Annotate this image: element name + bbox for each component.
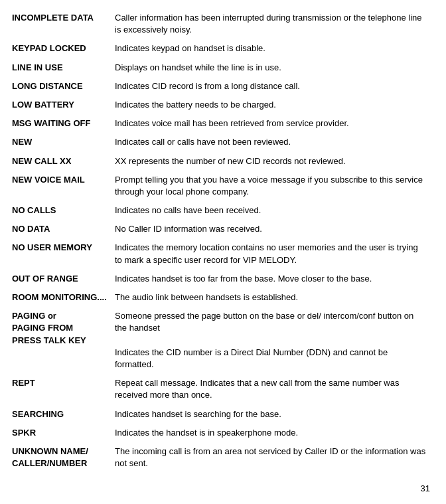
term-cell: MSG WAITING OFF [12, 118, 115, 129]
table-row: NEWIndicates call or calls have not been… [12, 136, 427, 148]
table-row: PAGING orPAGING FROMPRESS TALK KEYSomeon… [12, 310, 427, 371]
term-cell: INCOMPLETE DATA [12, 12, 115, 24]
table-row: NEW CALL XXXX represents the number of n… [12, 155, 427, 167]
term-cell: SEARCHING [12, 408, 115, 420]
term-cell: REPT [12, 377, 115, 389]
table-row: INCOMPLETE DATACaller information has be… [12, 12, 427, 36]
definition-cell: The audio link between handsets is estab… [115, 292, 427, 303]
term-cell: SPKR [12, 427, 115, 439]
table-row: LOW BATTERYIndicates the battery needs t… [12, 99, 427, 111]
definition-cell: Indicates voice mail has been retrieved … [115, 118, 427, 129]
definition-cell: Someone pressed the page button on the b… [115, 310, 427, 371]
table-row: SPKRIndicates the handset is in speakerp… [12, 427, 427, 439]
page-number: 31 [421, 483, 430, 493]
definition-cell: XX represents the number of new CID reco… [115, 155, 427, 167]
glossary-table: INCOMPLETE DATACaller information has be… [12, 12, 427, 469]
table-row: SEARCHINGIndicates handset is searching … [12, 408, 427, 420]
definition-cell: Displays on handset while the line is in… [115, 62, 427, 74]
term-cell: NEW CALL XX [12, 155, 115, 167]
definition-cell: Indicates the memory location contains n… [115, 242, 427, 266]
definition-cell: No Caller ID information was received. [115, 223, 427, 235]
table-row: MSG WAITING OFFIndicates voice mail has … [12, 118, 427, 129]
definition-cell: Prompt telling you that you have a voice… [115, 174, 427, 198]
table-row: NO CALLSIndicates no calls have been rec… [12, 205, 427, 216]
term-cell: PAGING orPAGING FROMPRESS TALK KEY [12, 310, 115, 347]
definition-cell: Repeat call message. Indicates that a ne… [115, 377, 427, 401]
definition-cell: The incoming call is from an area not se… [115, 446, 427, 469]
table-row: REPTRepeat call message. Indicates that … [12, 377, 427, 401]
term-cell: NEW [12, 136, 115, 148]
table-row: LONG DISTANCEIndicates CID record is fro… [12, 80, 427, 92]
definition-cell: Caller information has been interrupted … [115, 12, 427, 36]
definition-cell: Indicates handset is too far from the ba… [115, 273, 427, 285]
definition-cell: Indicates call or calls have not been re… [115, 136, 427, 148]
term-cell: ROOM MONITORING.... [12, 292, 115, 303]
term-cell: OUT OF RANGE [12, 273, 115, 285]
definition-cell: Indicates keypad on handset is disable. [115, 42, 427, 54]
table-row: KEYPAD LOCKEDIndicates keypad on handset… [12, 42, 427, 54]
definition-cell: Indicates handset is searching for the b… [115, 408, 427, 420]
term-cell: NO USER MEMORY [12, 242, 115, 254]
definition-cell: Indicates the handset is in speakerphone… [115, 427, 427, 439]
table-row: NO USER MEMORYIndicates the memory locat… [12, 242, 427, 266]
table-row: ROOM MONITORING....The audio link betwee… [12, 292, 427, 303]
term-cell: UNKNOWN NAME/CALLER/NUMBER [12, 446, 115, 469]
definition-cell: Indicates no calls have been received. [115, 205, 427, 216]
table-row: NEW VOICE MAILPrompt telling you that yo… [12, 174, 427, 198]
definition-cell: Indicates CID record is from a long dist… [115, 80, 427, 92]
table-row: UNKNOWN NAME/CALLER/NUMBERThe incoming c… [12, 446, 427, 469]
term-cell: LONG DISTANCE [12, 80, 115, 92]
term-cell: LOW BATTERY [12, 99, 115, 111]
term-cell: KEYPAD LOCKED [12, 42, 115, 54]
table-row: LINE IN USEDisplays on handset while the… [12, 62, 427, 74]
term-cell: NO CALLS [12, 205, 115, 216]
definition-cell: Indicates the battery needs to be charge… [115, 99, 427, 111]
term-cell: NEW VOICE MAIL [12, 174, 115, 186]
table-row: OUT OF RANGEIndicates handset is too far… [12, 273, 427, 285]
term-cell: NO DATA [12, 223, 115, 235]
table-row: NO DATANo Caller ID information was rece… [12, 223, 427, 235]
term-cell: LINE IN USE [12, 62, 115, 74]
